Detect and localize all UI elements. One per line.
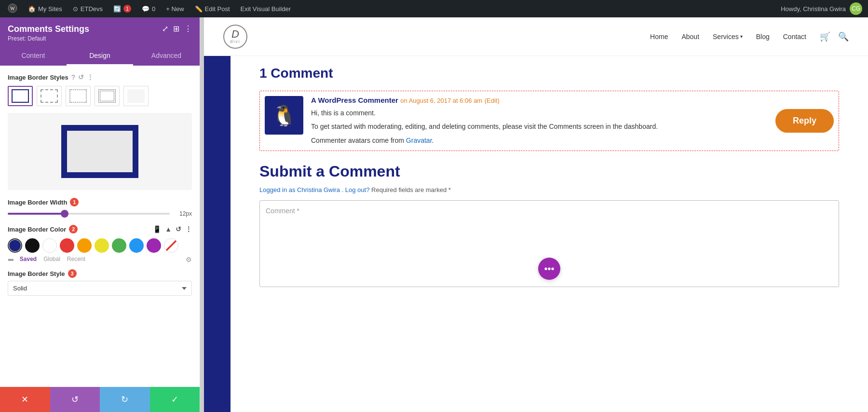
logo-brand: divi (230, 40, 241, 44)
confirm-button[interactable]: ✓ (150, 387, 200, 412)
border-style-dropdown-label: Image Border Style 3 (8, 269, 192, 278)
new-label: + New (166, 5, 184, 13)
avatar-image: 🐧 (271, 104, 297, 127)
mobile-icon[interactable]: 📱 (153, 225, 161, 233)
options-icon[interactable]: ⋮ (87, 73, 94, 81)
slider-value: 12px (175, 210, 192, 217)
color-swatch-red[interactable] (60, 238, 74, 253)
color-swatch-green[interactable] (112, 238, 126, 253)
my-sites-menu[interactable]: 🏠 My Sites (26, 5, 64, 13)
color-reset-icon[interactable]: ↺ (176, 225, 181, 233)
avatar[interactable]: CG (850, 2, 862, 15)
border-solid-btn[interactable] (8, 86, 33, 106)
panel-header-icons: ⤢ ⊞ ⋮ (162, 24, 192, 33)
border-color-badge: 2 (69, 225, 78, 233)
ai-dots-icon: ••• (544, 263, 554, 275)
resize-handle[interactable] (200, 17, 204, 412)
tab-advanced[interactable]: Advanced (133, 47, 200, 66)
cancel-button[interactable]: ✕ (0, 387, 50, 412)
border-dotted-btn[interactable] (66, 86, 91, 106)
color-swatch-yellow[interactable] (95, 238, 109, 253)
color-tab-saved[interactable]: Saved (20, 256, 37, 264)
updates-menu[interactable]: 🔄 1 (111, 5, 133, 13)
slider-thumb[interactable] (61, 210, 68, 218)
comments-heading: 1 Comment (259, 66, 839, 81)
confirm-icon: ✓ (171, 394, 178, 405)
ai-assistant-bubble[interactable]: ••• (538, 258, 560, 280)
edit-post-btn[interactable]: ✏️ Edit Post (193, 5, 232, 13)
reset-icon[interactable]: ↺ (78, 73, 84, 81)
comment-author: A WordPress Commenter (311, 96, 398, 104)
nav-home[interactable]: Home (650, 33, 668, 41)
updates-icon: 🔄 (113, 5, 121, 13)
color-tab-recent[interactable]: Recent (67, 256, 85, 264)
nav-contact[interactable]: Contact (783, 33, 806, 41)
comments-menu[interactable]: 💬 0 (140, 5, 157, 13)
tab-content[interactable]: Content (0, 47, 67, 66)
logout-link[interactable]: Log out? (345, 186, 370, 193)
comment-edit-link[interactable]: (Edit) (485, 97, 500, 104)
comment-avatar: 🐧 (265, 96, 303, 135)
border-none-btn[interactable] (123, 86, 149, 106)
grid-icon[interactable]: ⊞ (173, 24, 179, 33)
site-nav: D divi Home About Services ▾ Blog Contac… (204, 17, 868, 56)
comments-icon: 💬 (142, 5, 149, 13)
new-menu[interactable]: + New (164, 5, 186, 13)
image-border-styles-text: Image Border Styles (8, 74, 68, 81)
undo-icon: ↺ (71, 394, 79, 405)
site-logo: D divi (223, 25, 247, 49)
color-swatch-black[interactable] (25, 238, 40, 253)
fullscreen-icon[interactable]: ⤢ (162, 24, 168, 33)
updates-count: 1 (123, 5, 131, 13)
border-width-slider[interactable]: 12px (8, 210, 192, 217)
color-more-icon[interactable]: ⋮ (185, 225, 192, 233)
color-swatch-darkblue[interactable] (8, 238, 22, 253)
help-icon[interactable]: ? (71, 73, 76, 81)
et-devs-menu[interactable]: ⊙ ETDevs (71, 5, 105, 13)
undo-button[interactable]: ↺ (50, 387, 100, 412)
comment-text-1: Hi, this is a comment. (311, 108, 758, 118)
comment-text-2: To get started with moderating, editing,… (311, 121, 758, 132)
color-swatch-purple[interactable] (147, 238, 161, 253)
et-devs-label: ETDevs (81, 5, 103, 13)
image-border-color-text: Image Border Color (8, 226, 66, 233)
submit-heading: Submit a Comment (259, 163, 839, 180)
gravatar-link[interactable]: Gravatar (406, 137, 432, 144)
search-icon[interactable]: 🔍 (838, 31, 849, 42)
nav-about[interactable]: About (681, 33, 699, 41)
pencil-icon: ✏️ (195, 5, 203, 13)
nav-services[interactable]: Services ▾ (713, 33, 743, 41)
border-style-select[interactable]: Solid Dashed Dotted Double None (8, 281, 192, 296)
more-icon[interactable]: ⋮ (184, 24, 192, 33)
nav-blog[interactable]: Blog (756, 33, 770, 41)
comment-textarea-container: Comment * ••• (259, 200, 839, 287)
cart-icon[interactable]: 🛒 (820, 31, 830, 42)
preset-selector[interactable]: Preset: Default (8, 35, 89, 42)
reply-button[interactable]: Reply (775, 109, 834, 133)
image-border-width-text: Image Border Width (8, 199, 67, 206)
cancel-icon: ✕ (21, 394, 28, 405)
color-swatch-none[interactable] (164, 238, 178, 253)
color-tab-global[interactable]: Global (43, 256, 60, 264)
redo-button[interactable]: ↻ (100, 387, 150, 412)
border-double-btn[interactable] (95, 86, 120, 106)
edit-post-label: Edit Post (205, 5, 230, 13)
color-dots[interactable]: ••• (8, 256, 13, 264)
border-dashed-btn[interactable] (37, 86, 62, 106)
color-swatch-orange[interactable] (77, 238, 92, 253)
color-swatches (8, 238, 192, 253)
logged-in-user-link[interactable]: Logged in as Christina Gwira (259, 186, 342, 193)
border-style-text: Image Border Style (8, 270, 65, 277)
panel-body: Image Border Styles ? ↺ ⋮ (0, 66, 200, 387)
wp-logo[interactable]: W (6, 3, 19, 14)
services-caret: ▾ (740, 34, 743, 39)
color-swatch-blue[interactable] (129, 238, 144, 253)
tab-design[interactable]: Design (67, 47, 133, 66)
exit-builder-btn[interactable]: Exit Visual Builder (239, 5, 293, 13)
slider-track[interactable] (8, 213, 170, 215)
color-settings-icon[interactable]: ⚙ (186, 256, 192, 264)
color-swatch-white[interactable] (42, 238, 57, 253)
admin-bar-right: Howdy, Christina Gwira CG (781, 2, 862, 15)
required-text: Required fields are marked * (371, 186, 451, 193)
cursor-icon[interactable]: ▲ (165, 225, 172, 233)
